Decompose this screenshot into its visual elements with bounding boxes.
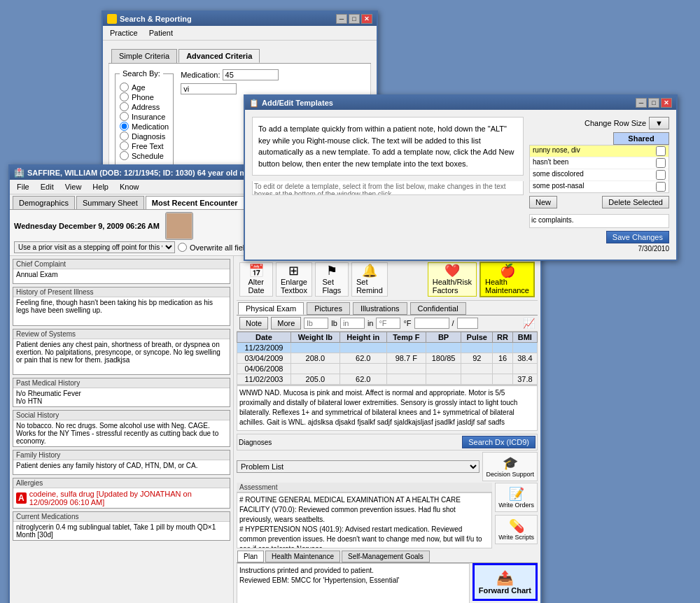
note-btn[interactable]: Note [239, 317, 268, 329]
search-dx-btn[interactable]: Search Dx (ICD9) [462, 436, 536, 448]
family-content[interactable]: Patient denies any family history of CAD… [13, 460, 230, 474]
tab-most-recent-encounter[interactable]: Most Recent Encounter [146, 196, 244, 209]
vitals-rr-2: 16 [493, 353, 512, 364]
tab-physical-exam[interactable]: Physical Exam [238, 302, 304, 315]
pmh-content[interactable]: h/o Rheumatic Fever h/o HTN [13, 388, 230, 406]
apple-icon: 🍎 [500, 264, 515, 277]
complaint-2-checkbox[interactable] [656, 158, 666, 168]
set-remind-btn[interactable]: 🔔 SetRemind [351, 262, 388, 297]
emr-menu-view[interactable]: View [61, 181, 86, 192]
table-row[interactable]: 04/06/2008 [237, 364, 538, 374]
radio-overwrite[interactable] [178, 243, 187, 252]
tab-simple-criteria[interactable]: Simple Criteria [111, 49, 177, 63]
hpi-label: History of Present Illness [13, 288, 230, 297]
templates-close-btn[interactable]: ✕ [661, 98, 672, 108]
search-title-bar[interactable]: Search & Reporting ─ □ ✕ [103, 12, 377, 26]
forward-chart-icon: 📤 [496, 569, 514, 586]
more-btn[interactable]: More [271, 317, 301, 329]
alter-date-label: AlterDate [248, 278, 264, 295]
change-row-size-btn[interactable]: ▼ [649, 117, 669, 129]
vitals-date-2: 03/04/2009 [237, 353, 291, 364]
table-row[interactable]: 11/23/2009 [237, 343, 538, 353]
search-minimize-btn[interactable]: ─ [336, 14, 347, 24]
label-schedule: Schedule [132, 152, 164, 160]
tab-demographics[interactable]: Demographics [13, 196, 75, 209]
emr-menu-edit[interactable]: Edit [36, 181, 58, 192]
templates-desc-text: To add a template quickly from within a … [258, 125, 514, 168]
label-diagnosis: Diagnosis [132, 132, 165, 141]
radio-medication[interactable] [120, 122, 129, 131]
complaint-1-checkbox[interactable] [656, 146, 666, 156]
table-row[interactable]: 11/02/2003 205.0 62.0 37.8 [237, 374, 538, 385]
emr-menu-help[interactable]: Help [88, 181, 113, 192]
assessment-label: Assessment [237, 483, 492, 492]
health-risk-btn[interactable]: ❤️ Health/RiskFactors [428, 262, 477, 297]
save-changes-btn[interactable]: Save Changes [606, 231, 669, 243]
radio-freetext[interactable] [120, 141, 129, 150]
radio-phone[interactable] [120, 92, 129, 101]
exam-note[interactable]: WNWD NAD. Mucosa is pink and moist. Affe… [237, 385, 538, 431]
set-flags-btn[interactable]: ⚑ SetFlags [315, 262, 349, 297]
weight-input[interactable] [304, 318, 328, 329]
decision-support-btn[interactable]: 🎓 Decision Support [482, 452, 538, 481]
tab-advanced-criteria[interactable]: Advanced Criteria [178, 49, 260, 63]
tab-illustrations[interactable]: Illustrations [353, 302, 407, 315]
medication-input[interactable] [223, 69, 279, 80]
templates-desc2: To edit or delete a template, select it … [252, 181, 524, 195]
temp-input[interactable] [376, 318, 400, 329]
enlarge-textbox-btn[interactable]: ⊞ EnlargeTextbox [276, 262, 312, 297]
write-orders-icon: 📝 [509, 486, 524, 502]
emr-window-title: SAFFIRE, WILLIAM (DOB: 12/1/1945; ID: 10… [27, 169, 255, 177]
pmh-section: Past Medical History h/o Rheumatic Fever… [13, 378, 230, 407]
templates-title-bar[interactable]: 📋 Add/Edit Templates ─ □ ✕ [245, 96, 676, 110]
height-input[interactable] [340, 318, 365, 329]
tab-summary-sheet[interactable]: Summary Sheet [76, 196, 144, 209]
search-close-btn[interactable]: ✕ [361, 14, 372, 24]
templates-maximize-btn[interactable]: □ [648, 98, 659, 108]
ros-content[interactable]: Patient denies any chest pain, shortness… [13, 339, 230, 374]
alter-date-btn[interactable]: 📅 AlterDate [239, 262, 273, 297]
social-content[interactable]: No tobacco. No rec drugs. Some alcohol u… [13, 420, 230, 446]
plan-section: Plan Health Maintenance Self-Management … [237, 550, 538, 603]
search-menu-patient[interactable]: Patient [145, 27, 177, 38]
tab-pictures[interactable]: Pictures [307, 302, 350, 315]
search-menu-practice[interactable]: Practice [106, 27, 142, 38]
shared-header: Shared [613, 132, 669, 145]
health-maintenance-btn[interactable]: 🍎 HealthMaintenance [479, 262, 535, 297]
second-field-input[interactable] [181, 83, 237, 94]
health-risk-icon: ❤️ [444, 264, 460, 277]
templates-minimize-btn[interactable]: ─ [636, 98, 647, 108]
tab-self-management[interactable]: Self-Management Goals [342, 551, 430, 562]
radio-schedule[interactable] [120, 151, 129, 160]
tab-plan[interactable]: Plan [237, 551, 264, 562]
tab-confidential[interactable]: Confidential [410, 302, 466, 315]
problem-list-select[interactable]: Problem List [237, 460, 479, 473]
family-section: Family History Patient denies any family… [13, 450, 230, 475]
emr-menu-file[interactable]: File [13, 181, 34, 192]
complaint-3-checkbox[interactable] [656, 170, 666, 180]
complaint-4-checkbox[interactable] [656, 182, 666, 192]
chief-complaint-content[interactable]: Annual Exam [13, 269, 230, 283]
current-meds-content[interactable]: nitroglycerin 0.4 mg sublingual tablet, … [13, 522, 230, 540]
radio-address[interactable] [120, 102, 129, 111]
bp-input[interactable] [414, 318, 449, 329]
search-maximize-btn[interactable]: □ [349, 14, 360, 24]
new-template-btn[interactable]: New [529, 196, 557, 208]
radio-age[interactable] [120, 83, 129, 92]
chart-icon[interactable]: 📈 [523, 318, 535, 329]
radio-diagnosis[interactable] [120, 132, 129, 141]
pulse-input[interactable] [457, 318, 478, 329]
forward-chart-btn[interactable]: 📤 Forward Chart [472, 563, 538, 601]
radio-insurance[interactable] [120, 112, 129, 121]
delete-selected-btn[interactable]: Delete Selected [602, 196, 669, 208]
plan-text[interactable]: Instructions printed and provided to pat… [237, 563, 470, 603]
table-row[interactable]: 03/04/2009 208.0 62.0 98.7 F 180/85 92 1… [237, 353, 538, 364]
tab-health-maintenance[interactable]: Health Maintenance [265, 551, 340, 562]
emr-menu-know[interactable]: Know [115, 181, 144, 192]
search-tab-bar: Simple Criteria Advanced Criteria [108, 46, 371, 64]
hpi-content[interactable]: Feeling fine, though hasn't been taking … [13, 297, 230, 325]
write-scripts-btn[interactable]: 💊 Write Scripts [495, 515, 538, 544]
prior-visit-select[interactable]: Use a prior visit as a stepping off poin… [14, 241, 175, 253]
assessment-text[interactable]: # ROUTINE GENERAL MEDICAL EXAMINATION AT… [237, 492, 492, 548]
write-orders-btn[interactable]: 📝 Write Orders [495, 483, 538, 512]
